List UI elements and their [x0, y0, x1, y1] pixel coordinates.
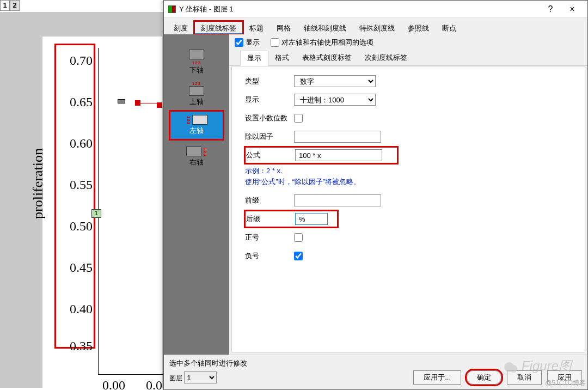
ytick: 0.40	[60, 302, 93, 316]
dialog-titlebar[interactable]: Y 坐标轴 - 图层 1 ? ×	[164, 1, 587, 18]
workspace-tabs: 1 2	[0, 0, 20, 11]
layer-marker[interactable]: 1	[91, 209, 101, 218]
workspace-tab-2[interactable]: 2	[10, 0, 20, 11]
data-point[interactable]	[118, 99, 125, 103]
plus-checkbox[interactable]	[294, 233, 303, 242]
layer-select[interactable]: 1	[184, 371, 217, 383]
xtick: 0.00	[102, 378, 125, 390]
divide-input[interactable]	[294, 131, 381, 143]
tab-axisline[interactable]: 轴线和刻度线	[297, 21, 353, 34]
formula-hint: 示例：2 * x. 使用“公式”时，“除以因子”将被忽略。	[245, 166, 572, 187]
type-select[interactable]: 数字	[294, 75, 376, 87]
plus-label: 正号	[245, 233, 294, 242]
suffix-label: 后缀	[246, 214, 295, 224]
same-both-checkbox[interactable]: 对左轴和右轴使用相同的选项	[271, 38, 373, 47]
tab-scale[interactable]: 刻度	[167, 21, 194, 34]
layer-label: 图层	[169, 374, 182, 382]
axis-bottom[interactable]: 123 下轴	[169, 47, 224, 77]
axis-top[interactable]: 123 上轴	[169, 79, 224, 108]
watermark-51cto: @51CTO博客	[545, 379, 586, 388]
xtick: 0.0	[146, 378, 162, 390]
formula-input[interactable]	[295, 149, 382, 161]
ytick: 0.60	[60, 136, 93, 151]
main-tabs: 刻度 刻度线标签 标题 网格 轴线和刻度线 特殊刻度线 参照线 断点	[164, 18, 587, 34]
ytick: 0.55	[60, 178, 93, 192]
watermark-figure: Figure图	[504, 357, 572, 375]
y-axis-label: proliferation	[30, 148, 46, 219]
minus-label: 负号	[245, 251, 294, 261]
tab-grid[interactable]: 网格	[270, 21, 297, 34]
prefix-label: 前缀	[245, 196, 294, 205]
axis-selector-list: 123 下轴 123 上轴 123 左轴 123 右轴	[164, 34, 229, 355]
ytick: 0.45	[60, 260, 93, 275]
suffix-input[interactable]	[295, 213, 328, 225]
dialog-title: Y 坐标轴 - 图层 1	[179, 4, 540, 14]
chart-canvas: proliferation 0.70 0.65 0.60 0.55 0.50 0…	[0, 12, 163, 388]
ytick: 0.35	[60, 339, 93, 354]
type-label: 类型	[245, 76, 294, 86]
subtab-display[interactable]: 显示	[240, 51, 268, 66]
plot-region[interactable]	[98, 48, 163, 375]
tab-reference[interactable]: 参照线	[401, 21, 436, 34]
axis-right[interactable]: 123 右轴	[169, 142, 224, 172]
tab-tick-labels[interactable]: 刻度线标签	[194, 21, 243, 34]
ok-button[interactable]: 确定	[467, 370, 501, 385]
ytick: 0.70	[60, 53, 93, 68]
wechat-icon	[504, 361, 518, 373]
divide-label: 除以因子	[245, 132, 294, 142]
decimals-checkbox[interactable]	[294, 114, 303, 123]
axis-dialog: Y 坐标轴 - 图层 1 ? × 刻度 刻度线标签 标题 网格 轴线和刻度线 特…	[163, 0, 588, 390]
tab-special-ticks[interactable]: 特殊刻度线	[353, 21, 401, 34]
subtab-table[interactable]: 表格式刻度标签	[296, 51, 358, 65]
svg-point-1	[510, 365, 517, 373]
ytick: 0.50	[60, 219, 93, 234]
apply-to-button[interactable]: 应用于...	[413, 370, 461, 385]
axis-left[interactable]: 123 左轴	[169, 111, 224, 140]
display-label: 显示	[245, 95, 294, 105]
show-checkbox[interactable]: 显示	[235, 38, 260, 47]
tab-break[interactable]: 断点	[436, 21, 463, 34]
subtab-format[interactable]: 格式	[268, 51, 296, 65]
form-panel: 类型 数字 显示 十进制：1000 设置小数位数 除以因子 公式	[231, 66, 585, 352]
workspace-tab-1[interactable]: 1	[0, 0, 10, 11]
minus-checkbox[interactable]	[294, 252, 303, 260]
tab-title[interactable]: 标题	[243, 21, 270, 34]
sub-tabs: 显示 格式 表格式刻度标签 次刻度线标签	[229, 51, 587, 66]
close-button[interactable]: ×	[561, 2, 583, 17]
help-button[interactable]: ?	[540, 2, 561, 17]
ytick: 0.65	[60, 95, 93, 109]
decimals-label: 设置小数位数	[245, 113, 294, 123]
app-icon	[168, 5, 176, 13]
prefix-input[interactable]	[294, 194, 381, 206]
display-select[interactable]: 十进制：1000	[294, 94, 376, 106]
formula-label: 公式	[246, 150, 295, 160]
subtab-minor[interactable]: 次刻度线标签	[358, 51, 414, 65]
